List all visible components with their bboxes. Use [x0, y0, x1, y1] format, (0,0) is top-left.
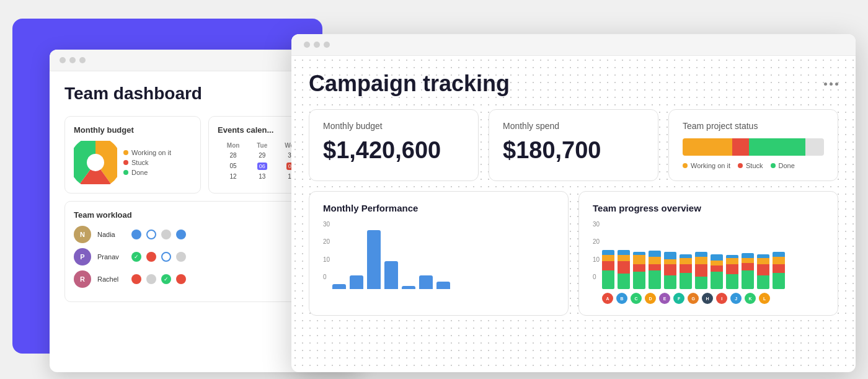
mini-avatar: F	[673, 293, 684, 304]
budget-pie-chart	[74, 141, 117, 184]
avatar-nadia: N	[74, 226, 91, 243]
y-label-20b: 20	[593, 238, 600, 245]
task-dot	[146, 230, 156, 239]
cam-dot-2	[314, 42, 320, 48]
avatar-row: A B C D E F G H I J K L	[602, 293, 824, 304]
metric-card-budget: Monthly budget $1,420,600	[309, 109, 479, 181]
team-progress-title: Team progress overview	[593, 203, 824, 213]
bar	[367, 230, 381, 289]
mini-avatar: D	[645, 293, 656, 304]
sl-stuck: Stuck	[746, 162, 763, 169]
task-dot	[146, 274, 156, 284]
avatar-rachel: R	[74, 270, 91, 288]
monthly-performance-card: Monthly Performance 30 20 10 0	[309, 191, 569, 316]
team-progress-card: Team progress overview 30 20 10 0	[578, 191, 838, 316]
task-dot	[176, 252, 186, 262]
monthly-budget-card-small: Monthly budget Working on it Stuck Done	[64, 116, 201, 194]
legend-done: Done	[131, 169, 148, 176]
metric-value-budget: $1,420,600	[323, 137, 464, 164]
avatar-pranav: P	[74, 248, 91, 265]
campaign-header-bar	[291, 34, 856, 56]
task-dot	[131, 230, 141, 239]
metric-value-spend: $180,700	[503, 137, 644, 164]
mini-avatar: J	[730, 293, 742, 304]
sl-done: Done	[779, 162, 795, 169]
legend-stuck: Stuck	[131, 159, 149, 166]
task-dot	[131, 274, 141, 284]
task-dot	[146, 252, 156, 262]
team-progress-chart	[602, 221, 824, 289]
bar	[384, 261, 398, 289]
legend-working: Working on it	[131, 149, 171, 156]
status-seg-stuck	[732, 138, 749, 156]
y-label-0: 0	[323, 274, 330, 280]
window-dot-3	[79, 57, 86, 63]
status-seg-done	[749, 138, 805, 156]
name-rachel: Rachel	[97, 275, 125, 283]
task-dot	[161, 230, 171, 239]
metric-label-spend: Monthly spend	[503, 121, 644, 131]
campaign-window: Campaign tracking Monthly budget $1,420,…	[291, 34, 856, 372]
y-axis-performance: 30 20 10 0	[323, 221, 330, 289]
task-dot	[161, 252, 171, 262]
name-nadia: Nadia	[97, 231, 125, 238]
name-pranav: Pranav	[97, 253, 125, 261]
y-label-10b: 10	[593, 256, 600, 263]
sl-working: Working on it	[691, 162, 730, 169]
task-dot	[176, 274, 186, 284]
y-label-10: 10	[323, 256, 330, 263]
project-status-bar	[683, 138, 824, 156]
status-seg-working	[683, 138, 732, 156]
cam-dot-3	[324, 42, 330, 48]
task-dot: ✓	[161, 274, 171, 284]
status-legend: Working on it Stuck Done	[683, 162, 824, 169]
mini-avatar: I	[716, 293, 727, 304]
metric-label-budget: Monthly budget	[323, 121, 464, 131]
mini-avatar: C	[631, 293, 642, 304]
mini-avatar: G	[688, 293, 699, 304]
performance-bar-chart	[332, 221, 450, 289]
metric-card-spend: Monthly spend $180,700	[489, 109, 658, 181]
campaign-title: Campaign tracking	[309, 71, 510, 97]
mini-avatar: H	[702, 293, 713, 304]
mini-avatar: E	[659, 293, 670, 304]
monthly-budget-title-small: Monthly budget	[74, 125, 192, 135]
y-label-30b: 30	[593, 221, 600, 228]
y-label-20: 20	[323, 238, 330, 245]
metric-card-status: Team project status Working on it Stuck …	[668, 109, 838, 181]
mini-avatar: L	[759, 293, 770, 304]
mini-avatar: K	[745, 293, 756, 304]
svg-point-2	[78, 145, 113, 180]
bar	[419, 275, 433, 289]
mini-avatar: B	[616, 293, 627, 304]
cam-dot-1	[304, 42, 310, 48]
window-dot-2	[69, 57, 76, 63]
mini-avatar: A	[602, 293, 613, 304]
window-dot-1	[60, 57, 66, 63]
metric-label-status: Team project status	[683, 121, 824, 131]
bar	[350, 275, 363, 289]
status-seg-other	[805, 138, 824, 156]
bar	[332, 284, 346, 289]
task-dot: ✓	[131, 252, 141, 262]
bar	[436, 282, 450, 289]
budget-legend: Working on it Stuck Done	[123, 149, 171, 176]
y-label-30: 30	[323, 221, 330, 228]
more-options-button[interactable]	[824, 82, 838, 86]
task-dot	[176, 230, 186, 239]
monthly-performance-title: Monthly Performance	[323, 203, 554, 213]
y-label-0b: 0	[593, 274, 600, 280]
bar	[402, 286, 415, 289]
y-axis-progress: 30 20 10 0	[593, 221, 600, 289]
